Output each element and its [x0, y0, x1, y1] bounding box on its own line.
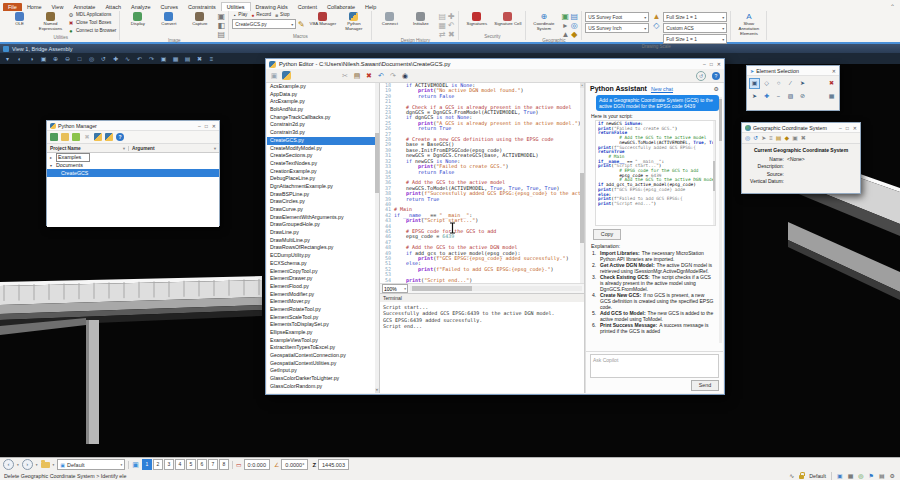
gcs-reproject-icon[interactable]: ↺ [753, 134, 758, 143]
view-toggle-2[interactable]: 2 [153, 459, 163, 470]
delete-icon[interactable]: ✖ [365, 71, 373, 81]
macro-select[interactable]: CreateGCS.py▾ [232, 19, 296, 29]
minimize-icon[interactable]: – [703, 61, 706, 67]
file-item[interactable]: BoltAndNut.py [267, 106, 379, 114]
macro-play[interactable]: ▪Play [232, 12, 247, 18]
dh-compare-icon[interactable]: ⇄ [438, 30, 446, 38]
view-toggle-4[interactable]: 4 [175, 459, 185, 470]
tab-curves[interactable]: Curves [156, 3, 183, 11]
scroll-up-icon[interactable]: ▴ [580, 83, 584, 88]
tab-drawing-aids[interactable]: Drawing Aids [251, 3, 293, 11]
gcs-delete-icon[interactable]: ✖ [801, 134, 806, 143]
dh-tag-icon[interactable]: ✚ [447, 12, 455, 20]
coords-field-value[interactable]: 0:0.000 [244, 459, 270, 470]
image-attach-icon[interactable]: ▣ [217, 12, 225, 20]
file-item[interactable]: GeospatialContextConnection.py [267, 352, 379, 360]
display-style-icon[interactable]: ◐ [15, 54, 24, 64]
method-block-icon[interactable]: ▣ [749, 78, 760, 89]
pm-delete-icon[interactable]: ✖ [83, 133, 91, 141]
edit-macro-icon[interactable]: ✎ [297, 20, 305, 28]
minimize-icon[interactable]: – [198, 123, 201, 129]
ask-copilot-input[interactable]: Ask Copilot [590, 354, 719, 378]
acs-scale-select[interactable]: Full Size 1 = 1▾ [663, 34, 727, 44]
saved-views-icon[interactable]: ▤ [183, 54, 192, 64]
maximize-icon[interactable]: □ [205, 123, 208, 129]
file-item[interactable]: GlassColorRandom.py [267, 383, 379, 391]
file-item[interactable]: CreateGCS.py [267, 137, 379, 145]
file-item[interactable]: CreateTextNodes.py [267, 160, 379, 168]
design-history-connect[interactable]: Connect [375, 12, 404, 27]
dh-commit-icon[interactable]: ▤ [438, 12, 446, 20]
geo-globe-icon[interactable]: ◎ [570, 21, 578, 29]
file-item[interactable]: AppData.py [267, 91, 379, 99]
pm-run-python-icon[interactable] [94, 133, 102, 141]
vba-manager[interactable]: VBA Manager [308, 12, 337, 32]
method-line-icon[interactable]: ∕ [785, 78, 796, 89]
file-item[interactable]: Constrain2d.py [267, 121, 379, 129]
scroll-down-icon[interactable]: ▾ [375, 388, 379, 393]
file-item[interactable]: DrawMultiLine.py [267, 237, 379, 245]
pm-add-folder-icon[interactable] [72, 133, 80, 141]
file-item[interactable]: ChangeTrackCallbacks.py [267, 114, 379, 122]
close-icon[interactable]: ✕ [717, 61, 721, 67]
tab-collaborate[interactable]: Collaborate [322, 3, 360, 11]
file-item[interactable]: DrawRowsOfRectangles.py [267, 244, 379, 252]
view-toggle-7[interactable]: 7 [208, 459, 218, 470]
signatures[interactable]: Signatures [462, 12, 491, 27]
lock-icon[interactable] [799, 475, 804, 479]
tree-item-examples[interactable]: ▸ Examples [47, 153, 219, 161]
clear-selection-icon[interactable]: ✖ [826, 78, 837, 89]
zoom-in-icon[interactable]: ⊕ [51, 54, 60, 64]
view-toggle-8[interactable]: 8 [219, 459, 229, 470]
file-item[interactable]: ElementRotateTool.py [267, 306, 379, 314]
pm-help-icon[interactable]: ? [116, 133, 124, 141]
dh-restore-icon[interactable]: ↶ [447, 21, 455, 29]
mode-add-icon[interactable]: ✚ [761, 91, 772, 102]
named-expressions[interactable]: Named Expressions [36, 12, 65, 32]
pm-new-script-icon[interactable] [50, 133, 58, 141]
geo-attach-icon[interactable]: ▣ [561, 12, 569, 20]
dh-delete-icon[interactable]: ✖ [447, 30, 455, 38]
close-tool-boxes[interactable]: ✖Close Tool Boxes [68, 20, 116, 27]
connect-to-browser[interactable]: ●Connect to Browser [68, 28, 116, 35]
active-level-label[interactable]: Default [809, 473, 826, 479]
image-convert[interactable]: Convert [154, 12, 183, 27]
chevron-down-icon[interactable]: ▾ [17, 463, 19, 467]
gcs-from-placemark-icon[interactable]: ➤ [761, 134, 766, 143]
pm-open-folder-icon[interactable] [61, 133, 69, 141]
file-item[interactable]: CreationExample.py [267, 168, 379, 176]
save-settings-icon[interactable]: ▣ [837, 472, 843, 480]
collapse-ribbon-icon[interactable]: ⌃ [890, 3, 895, 10]
undo-icon[interactable]: ↶ [377, 71, 385, 81]
close-icon[interactable]: ✕ [212, 123, 216, 129]
ole-object[interactable]: OLE [5, 12, 34, 32]
filter-icon[interactable]: ▼ [213, 146, 217, 151]
compress-icon[interactable]: ▦ [848, 472, 854, 480]
python-manager-title-bar[interactable]: Python Manager – □ ✕ [47, 121, 219, 131]
assistant-code-block[interactable]: if newGCS is None: print("Failed to crea… [595, 120, 716, 226]
minimize-icon[interactable]: – [839, 125, 842, 131]
file-item[interactable]: DrawCurve.py [267, 206, 379, 214]
file-item[interactable]: ElementModifier.py [267, 291, 379, 299]
terminal-header[interactable]: Terminal [380, 293, 584, 302]
clash-icon[interactable]: ✖ [195, 54, 204, 64]
file-item[interactable]: ElementCopyTool.py [267, 268, 379, 276]
mdl-applications[interactable]: ⚙MDL Applications [68, 12, 116, 19]
clip-volume-icon[interactable]: ▦ [171, 54, 180, 64]
file-item[interactable]: DebugPlaceLine.py [267, 175, 379, 183]
walk-icon[interactable]: ∿ [123, 54, 132, 64]
fit-view-icon[interactable]: ◎ [87, 54, 96, 64]
file-item[interactable]: ElementFlood.py [267, 283, 379, 291]
column-project-name[interactable]: Project Name [50, 146, 81, 151]
view-previous-icon[interactable]: ↶ [135, 54, 144, 64]
method-circle-icon[interactable]: ○ [773, 78, 784, 89]
mode-subtract-icon[interactable]: − [773, 91, 784, 102]
terminal-output[interactable]: Script start...Successfully added GCS EP… [380, 302, 584, 393]
gcs-title-bar[interactable]: Geographic Coordinate System – □ ✕ [742, 123, 860, 133]
file-item[interactable]: DrawCircles.py [267, 198, 379, 206]
new-chat-link[interactable]: New chat [651, 86, 673, 92]
macro-record[interactable]: ●Record [250, 12, 271, 18]
angle-field-value[interactable]: 0.0000° [281, 459, 308, 470]
file-item[interactable]: GeospatialContextUtilities.py [267, 360, 379, 368]
macro-stop[interactable]: ■Stop [274, 12, 289, 18]
